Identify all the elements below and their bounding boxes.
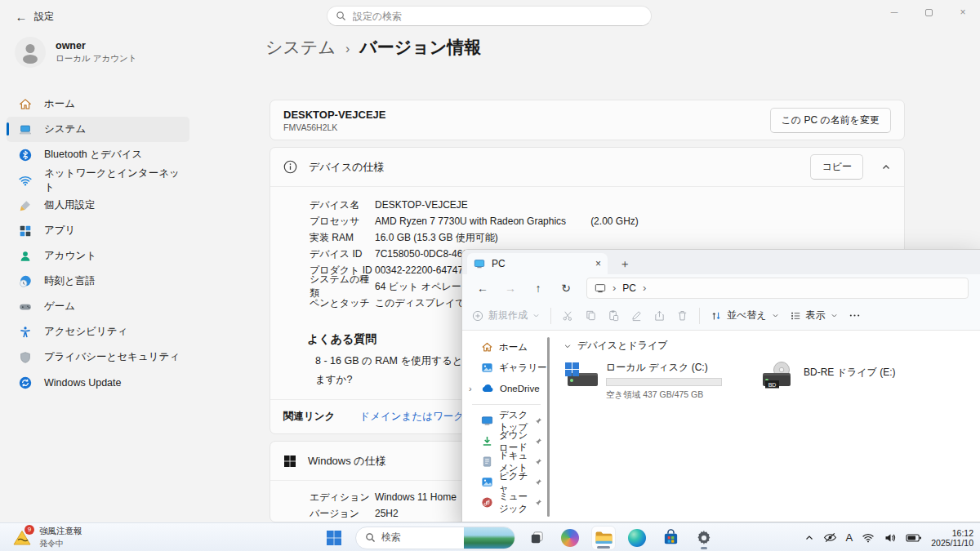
sidebar-item-home[interactable]: ホーム bbox=[7, 91, 189, 117]
sidebar-item-desktop[interactable]: デスクトップ bbox=[462, 411, 550, 431]
accessibility-icon bbox=[18, 325, 33, 340]
wifi-icon[interactable] bbox=[862, 532, 875, 544]
sidebar-item-documents[interactable]: ドキュメント bbox=[462, 451, 550, 472]
user-account-block[interactable]: owner ローカル アカウント bbox=[15, 37, 136, 68]
sidebar-item-accounts[interactable]: アカウント bbox=[7, 243, 189, 269]
chevron-up-icon bbox=[804, 533, 814, 543]
settings-gear-icon bbox=[696, 530, 712, 546]
optical-drive-icon: BD bbox=[761, 361, 797, 401]
sidebar-item-gallery[interactable]: ギャラリー bbox=[462, 358, 550, 378]
breadcrumb-pc[interactable]: PC bbox=[622, 282, 636, 294]
file-explorer-button[interactable] bbox=[591, 526, 616, 550]
close-tab-icon[interactable]: × bbox=[595, 258, 601, 269]
tray-time: 16:12 bbox=[931, 528, 973, 538]
cut-icon bbox=[562, 309, 574, 322]
taskbar-search-box[interactable]: 検索 bbox=[355, 527, 515, 549]
volume-icon[interactable] bbox=[884, 531, 897, 544]
sidebar-item-system[interactable]: システム bbox=[7, 117, 189, 142]
eye-slash-icon[interactable] bbox=[823, 531, 837, 544]
sidebar-item-onedrive[interactable]: › OneDrive bbox=[462, 378, 550, 398]
battery-icon[interactable] bbox=[906, 533, 922, 543]
system-tray: A 16:12 2025/11/10 bbox=[804, 523, 973, 551]
refresh-button[interactable]: ↻ bbox=[552, 282, 580, 295]
paste-icon bbox=[608, 309, 620, 322]
sidebar-item-apps[interactable]: アプリ bbox=[7, 218, 189, 243]
chevron-right-icon[interactable]: › bbox=[469, 384, 472, 393]
spec-row: プロセッサAMD Ryzen 7 7730U with Radeon Graph… bbox=[310, 213, 904, 229]
task-view-icon bbox=[529, 530, 545, 545]
device-specs-header[interactable]: デバイスの仕様 コピー bbox=[270, 148, 904, 187]
home-icon bbox=[481, 341, 493, 353]
tab-title: PC bbox=[492, 258, 506, 269]
music-icon bbox=[481, 496, 493, 509]
store-button[interactable] bbox=[658, 526, 683, 550]
sidebar-scrollbar[interactable] bbox=[547, 337, 550, 517]
info-icon bbox=[283, 160, 297, 174]
sidebar-item-music[interactable]: ミュージック bbox=[462, 492, 550, 513]
edge-button[interactable] bbox=[625, 526, 649, 550]
chevron-right-icon: › bbox=[643, 282, 646, 294]
sidebar-item-gaming[interactable]: ゲーム bbox=[7, 294, 189, 319]
sidebar-item-downloads[interactable]: ダウンロード bbox=[462, 431, 550, 451]
bluetooth-icon bbox=[18, 148, 33, 162]
downloads-icon bbox=[481, 435, 493, 447]
sidebar-item-network[interactable]: ネットワークとインターネット bbox=[7, 167, 189, 193]
sidebar-item-accessibility[interactable]: アクセシビリティ bbox=[7, 319, 189, 344]
group-devices-drives[interactable]: デバイスとドライブ bbox=[564, 339, 980, 353]
sidebar-item-pictures[interactable]: ピクチャ bbox=[462, 472, 550, 492]
apps-icon bbox=[18, 224, 33, 238]
back-button[interactable]: ← bbox=[469, 282, 497, 295]
settings-button[interactable] bbox=[692, 526, 716, 550]
breadcrumb-parent[interactable]: システム bbox=[265, 36, 336, 59]
share-icon bbox=[653, 309, 666, 322]
chevron-down-icon bbox=[564, 342, 572, 350]
ime-indicator[interactable]: A bbox=[846, 531, 853, 544]
new-tab-button[interactable]: ＋ bbox=[619, 257, 630, 272]
desktop: ← 設定 ─ × owner ローカル アカウント ホーム bbox=[0, 0, 980, 551]
new-item-button: 新規作成 bbox=[472, 309, 540, 322]
drives-list: ローカル ディスク (C:) 空き領域 437 GB/475 GB BD BD-… bbox=[564, 361, 980, 401]
start-button[interactable] bbox=[322, 526, 346, 550]
search-icon bbox=[365, 532, 376, 543]
windows-specs-title: Windows の仕様 bbox=[308, 454, 386, 469]
divider bbox=[699, 308, 700, 324]
copy-button[interactable]: コピー bbox=[810, 154, 863, 180]
sidebar-item-windows-update[interactable]: Windows Update bbox=[7, 370, 189, 395]
system-icon bbox=[18, 122, 33, 137]
clock[interactable]: 16:12 2025/11/10 bbox=[931, 528, 973, 548]
sidebar-item-home[interactable]: ホーム bbox=[462, 337, 550, 358]
chevron-up-icon[interactable] bbox=[881, 162, 891, 172]
task-view-button[interactable] bbox=[524, 526, 549, 550]
alert-badge: 9 bbox=[24, 525, 34, 535]
more-options-icon[interactable] bbox=[849, 309, 861, 322]
edge-icon bbox=[628, 529, 646, 547]
sidebar-item-bluetooth[interactable]: Bluetooth とデバイス bbox=[7, 142, 189, 167]
up-button[interactable]: ↑ bbox=[524, 282, 552, 295]
sidebar-item-privacy[interactable]: プライバシーとセキュリティ bbox=[7, 344, 189, 370]
sidebar-item-personalization[interactable]: 個人用設定 bbox=[7, 193, 189, 218]
back-button[interactable]: ← bbox=[10, 7, 33, 26]
privacy-icon bbox=[18, 350, 33, 365]
pin-icon bbox=[535, 458, 542, 465]
pc-monitor-icon bbox=[474, 258, 485, 269]
weather-alert-icon: 9 bbox=[11, 527, 33, 549]
avatar bbox=[15, 37, 46, 68]
widget-line1: 強風注意報 bbox=[39, 526, 82, 537]
hidden-icons-button[interactable] bbox=[804, 533, 814, 543]
copilot-button[interactable] bbox=[558, 526, 582, 550]
network-icon bbox=[18, 173, 33, 188]
explorer-tab-pc[interactable]: PC × bbox=[467, 253, 608, 274]
search-highlight-image[interactable] bbox=[464, 527, 514, 549]
accounts-icon bbox=[18, 249, 33, 264]
address-bar[interactable]: › PC › bbox=[586, 278, 969, 299]
sidebar-item-time-language[interactable]: 時刻と言語 bbox=[7, 269, 189, 294]
home-icon bbox=[18, 97, 33, 112]
page-title: バージョン情報 bbox=[359, 36, 481, 59]
rename-icon bbox=[630, 309, 643, 322]
rename-pc-button[interactable]: この PC の名前を変更 bbox=[770, 108, 891, 133]
drive-e-tile[interactable]: BD BD-RE ドライブ (E:) bbox=[761, 361, 895, 401]
view-button[interactable]: 表示 bbox=[790, 309, 838, 322]
widgets-button[interactable]: 9 強風注意報 発令中 bbox=[7, 526, 87, 549]
drive-c-tile[interactable]: ローカル ディスク (C:) 空き領域 437 GB/475 GB bbox=[564, 361, 722, 401]
sort-button[interactable]: 並べ替え bbox=[710, 309, 779, 322]
